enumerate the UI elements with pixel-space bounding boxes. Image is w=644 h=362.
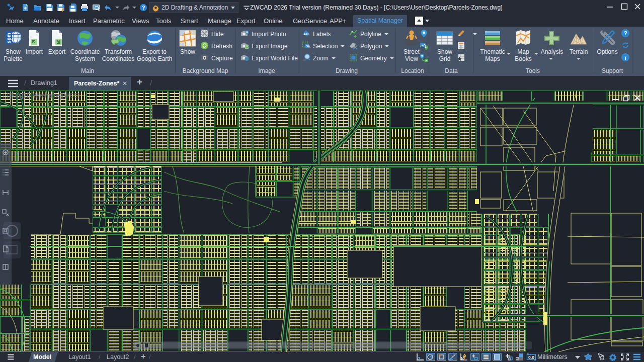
svg-text:i: i: [624, 55, 626, 61]
svg-text:AB: AB: [303, 32, 308, 36]
svg-text:spm: spm: [6, 33, 12, 43]
svg-text:0.0: 0.0: [528, 355, 534, 360]
svg-text:?: ?: [624, 30, 627, 36]
svg-text:?: ?: [142, 5, 145, 11]
svg-text:[-][Top][2D Wireframe][WCS]: [-][Top][2D Wireframe][WCS]: [3, 92, 79, 99]
